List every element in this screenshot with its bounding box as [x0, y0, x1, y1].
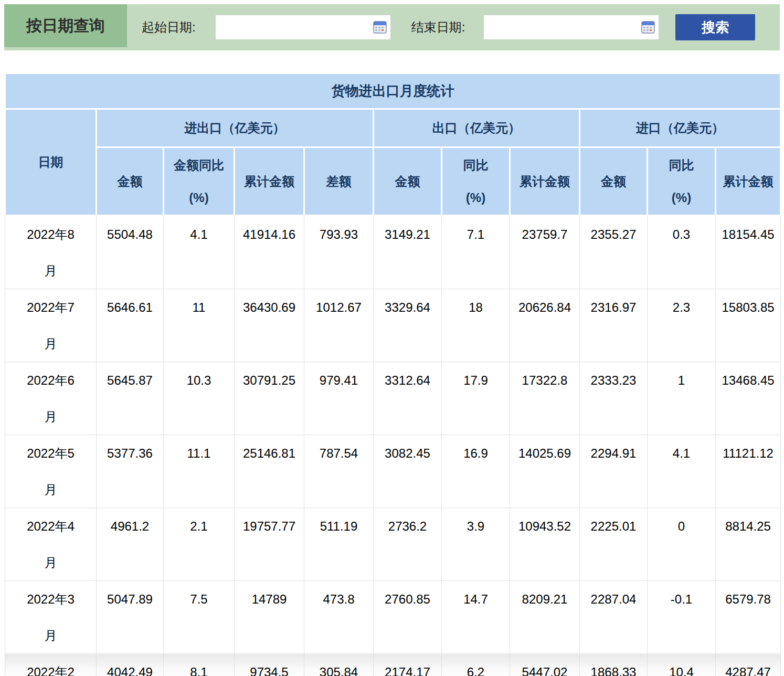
- row-value-cell: 979.41: [304, 362, 374, 435]
- row-value-cell: 4.1: [164, 216, 235, 289]
- start-date-label: 起始日期:: [142, 19, 196, 36]
- row-value-cell: 14.7: [442, 581, 510, 654]
- row-value-cell: 17.9: [442, 362, 510, 435]
- row-value-cell: 2.1: [164, 508, 235, 581]
- row-value-cell: 2.3: [648, 289, 716, 362]
- row-value-cell: -0.1: [648, 581, 716, 654]
- row-value-cell: 305.84: [304, 654, 374, 676]
- table-row: 2022年2 月4042.498.19734.5305.842174.176.2…: [5, 654, 781, 676]
- row-value-cell: 2316.97: [580, 289, 648, 362]
- end-date-label: 结束日期:: [411, 19, 465, 36]
- row-value-cell: 2333.23: [580, 362, 648, 435]
- row-value-cell: 5646.61: [97, 289, 164, 362]
- row-date-cell: 2022年2 月: [5, 654, 97, 676]
- column-header-export-amount: 金额: [374, 147, 442, 216]
- row-value-cell: 10.3: [164, 362, 235, 435]
- row-value-cell: 16.9: [442, 435, 510, 508]
- row-value-cell: 6.2: [442, 654, 510, 676]
- row-value-cell: 2287.04: [580, 581, 648, 654]
- row-value-cell: 2174.17: [374, 654, 442, 676]
- row-value-cell: 4287.47: [716, 654, 781, 676]
- row-value-cell: 30791.25: [235, 362, 304, 435]
- row-value-cell: 20626.84: [510, 289, 580, 362]
- row-value-cell: 5645.87: [97, 362, 164, 435]
- column-header-import-yoy: 同比 (%): [648, 147, 716, 216]
- row-date-cell: 2022年4 月: [5, 508, 97, 581]
- column-header-date: 日期: [5, 109, 97, 216]
- table-row: 2022年6 月5645.8710.330791.25979.413312.64…: [5, 362, 781, 435]
- table-row: 2022年8 月5504.484.141914.16793.933149.217…: [5, 216, 781, 289]
- row-value-cell: 787.54: [304, 435, 374, 508]
- row-value-cell: 7.1: [442, 216, 510, 289]
- row-value-cell: 17322.8: [510, 362, 580, 435]
- table-row: 2022年3 月5047.897.514789473.82760.8514.78…: [5, 581, 781, 654]
- row-date-cell: 2022年6 月: [5, 362, 97, 435]
- row-value-cell: 14789: [235, 581, 304, 654]
- column-group-import: 进口（亿美元）: [580, 109, 781, 147]
- row-value-cell: 36430.69: [235, 289, 304, 362]
- calendar-icon[interactable]: [641, 20, 655, 34]
- row-value-cell: 25146.81: [235, 435, 304, 508]
- query-panel-title: 按日期查询: [4, 4, 127, 47]
- row-value-cell: 0: [648, 508, 716, 581]
- row-date-cell: 2022年7 月: [5, 289, 97, 362]
- row-date-cell: 2022年3 月: [5, 581, 97, 654]
- row-value-cell: 3149.21: [374, 216, 442, 289]
- start-date-field: [216, 15, 390, 39]
- column-header-import-cumulative: 累计金额: [716, 147, 781, 216]
- end-date-field: [484, 15, 659, 39]
- row-value-cell: 2736.2: [374, 508, 442, 581]
- row-value-cell: 4961.2: [97, 508, 164, 581]
- column-header-import-amount: 金额: [580, 147, 648, 216]
- row-value-cell: 2294.91: [580, 435, 648, 508]
- column-header-total-cumulative: 累计金额: [235, 147, 304, 216]
- column-header-total-amount-yoy: 金额同比 (%): [164, 147, 235, 216]
- row-value-cell: 1012.67: [304, 289, 374, 362]
- row-value-cell: 7.5: [164, 581, 235, 654]
- column-group-import-export: 进出口（亿美元）: [97, 109, 374, 147]
- table-row: 2022年5 月5377.3611.125146.81787.543082.45…: [5, 435, 781, 508]
- row-value-cell: 3.9: [442, 508, 510, 581]
- search-button[interactable]: 搜索: [675, 14, 755, 40]
- row-value-cell: 13468.45: [716, 362, 781, 435]
- row-value-cell: 9734.5: [235, 654, 304, 676]
- row-value-cell: 18: [442, 289, 510, 362]
- calendar-icon[interactable]: [373, 20, 387, 34]
- query-panel-title-text: 按日期查询: [26, 15, 105, 37]
- row-value-cell: 1: [648, 362, 716, 435]
- column-header-export-yoy: 同比 (%): [442, 147, 510, 216]
- column-header-balance: 差额: [304, 147, 374, 216]
- column-group-export: 出口（亿美元）: [374, 109, 580, 147]
- row-value-cell: 14025.69: [510, 435, 580, 508]
- row-value-cell: 6579.78: [716, 581, 781, 654]
- row-value-cell: 3312.64: [374, 362, 442, 435]
- row-value-cell: 15803.85: [716, 289, 781, 362]
- row-value-cell: 8814.25: [716, 508, 781, 581]
- row-date-cell: 2022年5 月: [5, 435, 97, 508]
- monthly-import-export-table: 货物进出口月度统计 日期 进出口（亿美元） 出口（亿美元） 进口（亿美元） 金额…: [4, 72, 781, 676]
- row-value-cell: 1868.33: [580, 654, 648, 676]
- table-row: 2022年4 月4961.22.119757.77511.192736.23.9…: [5, 508, 781, 581]
- row-value-cell: 11.1: [164, 435, 235, 508]
- table-title: 货物进出口月度统计: [5, 73, 781, 109]
- row-value-cell: 8.1: [164, 654, 235, 676]
- row-value-cell: 511.19: [304, 508, 374, 581]
- row-value-cell: 10943.52: [510, 508, 580, 581]
- row-value-cell: 793.93: [304, 216, 374, 289]
- table-row: 2022年7 月5646.611136430.691012.673329.641…: [5, 289, 781, 362]
- row-value-cell: 4042.49: [97, 654, 164, 676]
- row-value-cell: 3329.64: [374, 289, 442, 362]
- end-date-input[interactable]: [484, 15, 659, 39]
- row-value-cell: 41914.16: [235, 216, 304, 289]
- table-body: 2022年8 月5504.484.141914.16793.933149.217…: [5, 216, 781, 676]
- row-value-cell: 0.3: [648, 216, 716, 289]
- row-value-cell: 2355.27: [580, 216, 648, 289]
- row-value-cell: 11121.12: [716, 435, 781, 508]
- start-date-input[interactable]: [216, 15, 390, 39]
- row-value-cell: 23759.7: [510, 216, 580, 289]
- row-value-cell: 5377.36: [97, 435, 164, 508]
- date-query-bar: 按日期查询 起始日期: 结束日期:: [4, 4, 780, 50]
- row-value-cell: 10.4: [648, 654, 716, 676]
- row-value-cell: 5047.89: [97, 581, 164, 654]
- row-value-cell: 2760.85: [374, 581, 442, 654]
